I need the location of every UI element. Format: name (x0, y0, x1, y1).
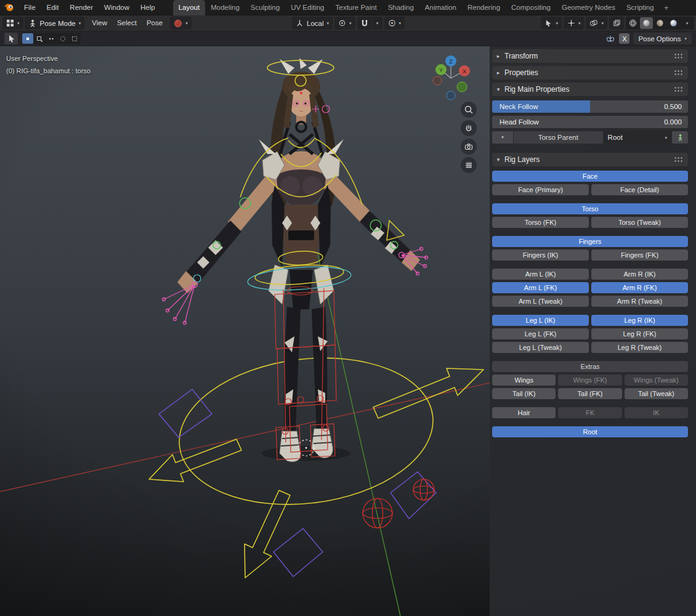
rig-layer-button-torso-tweak[interactable]: Torso (Tweak) (591, 217, 688, 228)
gizmo-neg-z-ball[interactable] (447, 91, 455, 100)
menu-render[interactable]: Render (64, 0, 99, 15)
snap-toggle-button[interactable] (357, 17, 372, 30)
panel-drag-handle[interactable] (674, 156, 683, 163)
torso-parent-expand-button[interactable]: ▾ (492, 131, 513, 144)
xray-toggle-button[interactable] (609, 17, 624, 30)
tab-compositing[interactable]: Compositing (506, 0, 556, 15)
rig-layer-button-fingers-ik[interactable]: Fingers (IK) (492, 249, 589, 261)
rig-layer-button-arm-l-fk[interactable]: Arm L (FK) (492, 282, 589, 293)
tab-scripting[interactable]: Scripting (621, 0, 660, 15)
tab-uv-editing[interactable]: UV Editing (285, 0, 330, 15)
select-mode-button-4[interactable] (57, 33, 68, 44)
menu-file[interactable]: File (18, 0, 41, 15)
select-mode-button-2[interactable] (34, 33, 45, 44)
pan-button[interactable] (461, 120, 477, 136)
panel-drag-handle[interactable] (674, 86, 683, 92)
rig-layer-button-fingers-fk[interactable]: Fingers (FK) (591, 249, 688, 261)
material-shading-button[interactable] (654, 17, 666, 29)
rig-layer-button-wings-tweak: Wings (Tweak) (625, 375, 688, 386)
select-mode-button-1[interactable] (22, 33, 33, 44)
rig-layer-button-leg-l-tweak[interactable]: Leg L (Tweak) (492, 342, 589, 353)
rig-layer-button-leg-l-ik[interactable]: Leg L (IK) (492, 315, 589, 326)
tab-texture-paint[interactable]: Texture Paint (330, 0, 382, 15)
parent-switch-button[interactable] (672, 131, 688, 144)
active-tool-button[interactable] (4, 33, 18, 44)
tab-modeling[interactable]: Modeling (205, 0, 245, 15)
transform-orientation-select[interactable]: Local ▾ (292, 17, 333, 30)
select-mode-button-3[interactable] (46, 33, 57, 44)
gizmo-neg-x-ball[interactable] (433, 76, 442, 85)
rig-layer-button-tail-tweak[interactable]: Tail (Tweak) (625, 388, 688, 399)
rig-layer-button-root[interactable]: Root (492, 426, 688, 437)
rendered-shading-button[interactable] (667, 17, 680, 29)
selectability-select[interactable]: ▾ (541, 17, 562, 30)
rig-layer-button-arm-r-tweak[interactable]: Arm R (Tweak) (591, 296, 688, 307)
viewport-overlay-text: User Perspective (0) RIG-tifa_bahamut : … (6, 52, 91, 77)
rig-layer-button-face-detail[interactable]: Face (Detail) (591, 184, 688, 195)
tab-geometry-nodes[interactable]: Geometry Nodes (556, 0, 621, 15)
panel-title: Rig Main Properties (504, 85, 674, 94)
panel-header-rig-layers[interactable]: ▾ Rig Layers (492, 153, 688, 166)
panel-drag-handle[interactable] (674, 53, 683, 59)
snap-settings-select[interactable]: ▾ (373, 17, 382, 30)
brush-select[interactable]: ▾ (170, 17, 192, 30)
rig-layer-button-arm-r-ik[interactable]: Arm R (IK) (591, 269, 688, 280)
torso-parent-select[interactable]: Root ▾ (604, 131, 671, 144)
camera-view-button[interactable] (461, 139, 477, 155)
viewport-menu-pose[interactable]: Pose (142, 17, 168, 30)
viewport-menu-view[interactable]: View (87, 17, 112, 30)
gizmos-select[interactable]: ▾ (564, 17, 585, 30)
slider-neck-follow[interactable]: Neck Follow0.500 (492, 100, 688, 113)
orientation-icon (296, 19, 304, 27)
rig-layer-button-leg-r-tweak[interactable]: Leg R (Tweak) (591, 342, 688, 353)
rig-layer-button-wings[interactable]: Wings (492, 375, 556, 386)
gizmo-neg-y-ball[interactable] (457, 82, 467, 92)
panel-header-properties[interactable]: ▸Properties (492, 66, 688, 79)
tab-sculpting[interactable]: Sculpting (245, 0, 285, 15)
blender-logo-icon[interactable] (0, 2, 18, 13)
menu-window[interactable]: Window (99, 0, 135, 15)
menu-edit[interactable]: Edit (41, 0, 65, 15)
rig-layer-button-hair[interactable]: Hair (492, 407, 556, 418)
viewport-menu-select[interactable]: Select (112, 17, 142, 30)
pose-options-select[interactable]: Pose Options ▾ (633, 33, 692, 44)
rig-layer-button-tail-ik[interactable]: Tail (IK) (492, 388, 556, 399)
rig-layer-button-leg-l-fk[interactable]: Leg L (FK) (492, 328, 589, 339)
tab-layout[interactable]: Layout (173, 0, 206, 15)
rig-layer-button-leg-r-ik[interactable]: Leg R (IK) (591, 315, 688, 326)
select-mode-button-5[interactable] (69, 33, 80, 44)
blender-window: FileEditRenderWindowHelp LayoutModelingS… (0, 0, 696, 616)
wireframe-shading-button[interactable] (626, 17, 639, 29)
panel-header-rig-main-properties[interactable]: ▾ Rig Main Properties (492, 83, 688, 96)
tab-shading[interactable]: Shading (382, 0, 419, 15)
mirror-x-toggle[interactable]: X (619, 33, 629, 44)
zoom-button[interactable] (461, 102, 477, 118)
rig-layer-button-fingers[interactable]: Fingers (492, 236, 688, 247)
rig-layer-button-arm-l-tweak[interactable]: Arm L (Tweak) (492, 296, 589, 307)
panel-header-transform[interactable]: ▸Transform (492, 49, 688, 63)
proportional-editing-select[interactable]: ▾ (384, 17, 405, 30)
panel-drag-handle[interactable] (674, 70, 683, 76)
rig-layer-button-face[interactable]: Face (492, 171, 688, 182)
rig-layer-button-arm-l-ik[interactable]: Arm L (IK) (492, 269, 589, 280)
tab-animation[interactable]: Animation (419, 0, 462, 15)
rig-layer-button-leg-r-fk[interactable]: Leg R (FK) (591, 328, 688, 339)
rig-layer-button-torso-fk[interactable]: Torso (FK) (492, 217, 589, 228)
mode-select-value: Pose Mode (40, 20, 76, 27)
shading-options-select[interactable]: ▾ (681, 17, 694, 29)
overlays-select[interactable]: ▾ (586, 17, 607, 30)
editor-type-select[interactable]: ▾ (2, 17, 23, 30)
solid-shading-button[interactable] (640, 17, 653, 29)
perspective-toggle-button[interactable] (461, 157, 477, 173)
slider-head-follow[interactable]: Head Follow0.000 (492, 116, 688, 128)
rig-layer-button-tail-fk[interactable]: Tail (FK) (558, 388, 621, 399)
rig-layer-button-arm-r-fk[interactable]: Arm R (FK) (591, 282, 688, 293)
navigation-gizmo[interactable]: Z Y X (426, 50, 475, 107)
rig-layer-button-face-primary[interactable]: Face (Primary) (492, 184, 589, 195)
menu-help[interactable]: Help (135, 0, 161, 15)
pivot-point-select[interactable]: ▾ (334, 17, 355, 30)
add-workspace-button[interactable]: + (660, 0, 673, 15)
mode-select[interactable]: Pose Mode ▾ (25, 17, 85, 30)
rig-layer-button-torso[interactable]: Torso (492, 203, 688, 214)
tab-rendering[interactable]: Rendering (462, 0, 506, 15)
